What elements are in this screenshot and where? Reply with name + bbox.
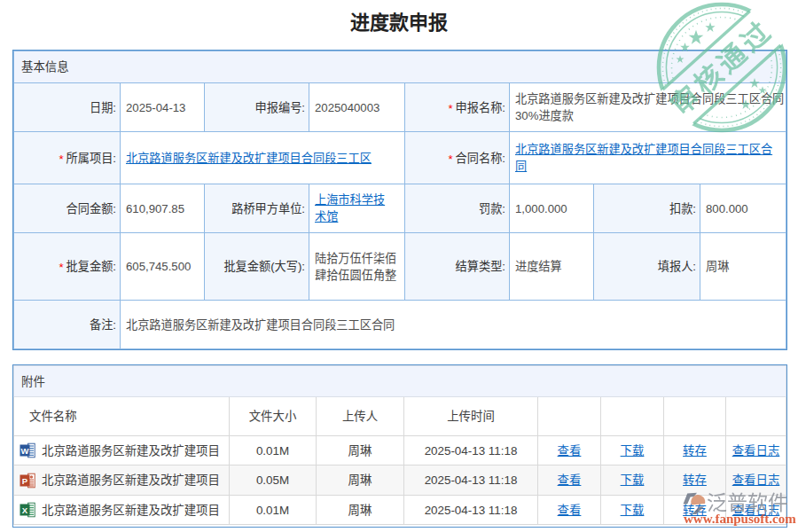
svg-text:W: W — [21, 446, 29, 456]
svg-text:P: P — [22, 475, 28, 485]
svg-text:X: X — [22, 505, 28, 515]
